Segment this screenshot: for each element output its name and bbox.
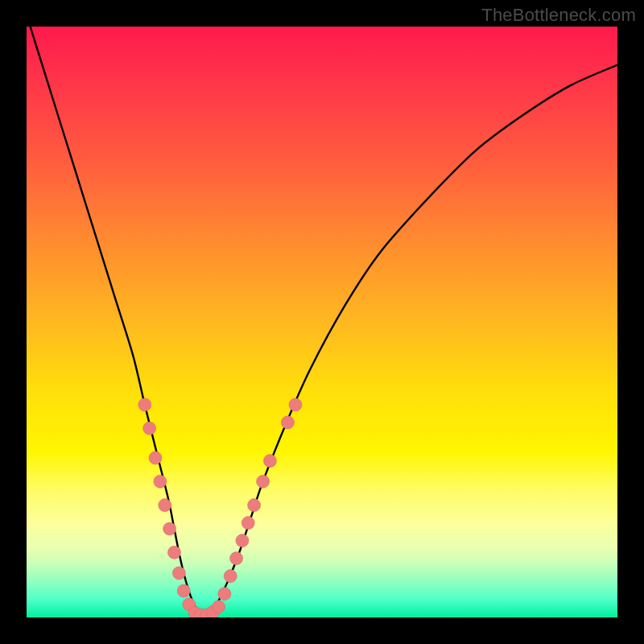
data-point xyxy=(242,517,254,530)
data-point xyxy=(281,416,294,429)
data-point xyxy=(154,475,167,488)
data-point xyxy=(143,422,156,435)
data-point xyxy=(138,398,151,411)
bottleneck-curve xyxy=(27,27,617,616)
data-point xyxy=(149,452,162,464)
data-point xyxy=(263,454,276,467)
left-branch-dots xyxy=(138,398,196,611)
right-branch-dots xyxy=(218,398,302,601)
data-point xyxy=(168,546,181,559)
data-point xyxy=(248,499,261,512)
data-point xyxy=(257,475,270,488)
watermark-text: TheBottleneck.com xyxy=(481,5,636,26)
data-point xyxy=(289,398,302,411)
data-point xyxy=(159,499,171,512)
data-point xyxy=(230,552,243,565)
data-point xyxy=(213,601,225,613)
data-point xyxy=(218,588,231,601)
data-point xyxy=(177,584,190,597)
bottleneck-curve-chart xyxy=(27,27,617,617)
plot-area xyxy=(27,27,617,617)
chart-frame: TheBottleneck.com xyxy=(0,0,644,644)
data-point xyxy=(236,535,249,547)
data-point xyxy=(224,570,237,583)
data-point xyxy=(172,567,185,580)
data-point xyxy=(163,522,176,535)
